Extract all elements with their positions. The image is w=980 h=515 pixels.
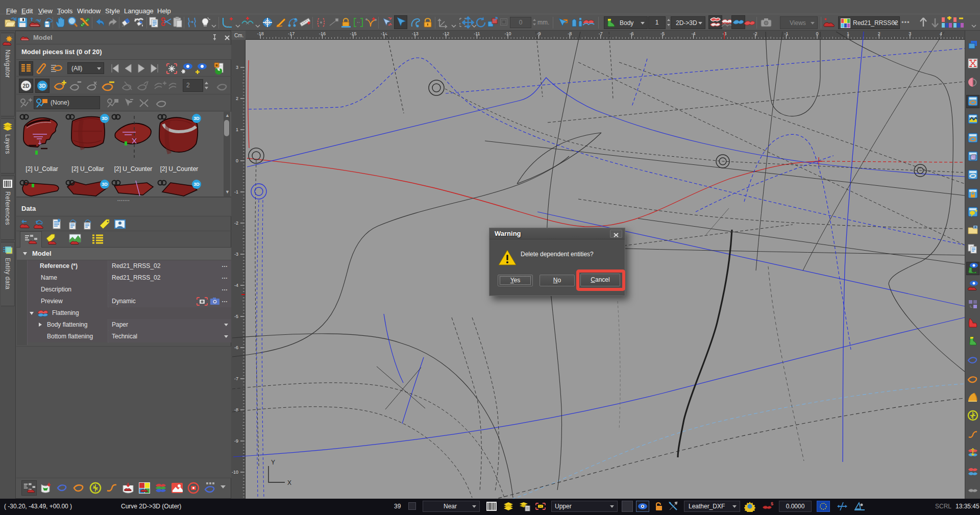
svg-text:-4: -4 — [692, 31, 696, 36]
svg-text:1: 1 — [236, 127, 238, 132]
svg-text:$: $ — [771, 501, 773, 506]
svg-text:-9: -9 — [234, 438, 238, 444]
svg-text:X: X — [287, 479, 291, 486]
svg-text:1: 1 — [847, 31, 849, 36]
svg-text:-10: -10 — [504, 31, 511, 36]
svg-text:-12: -12 — [443, 31, 449, 36]
svg-text:-18: -18 — [257, 31, 264, 36]
svg-text:-11: -11 — [474, 31, 480, 36]
svg-text:2: 2 — [878, 31, 880, 36]
svg-text:-1: -1 — [234, 189, 238, 194]
svg-text:-2: -2 — [753, 31, 757, 36]
svg-text:-7: -7 — [599, 31, 603, 36]
svg-text:-9: -9 — [537, 31, 541, 36]
svg-text:-6: -6 — [629, 31, 633, 36]
svg-text:-7: -7 — [234, 376, 238, 381]
svg-text:-4: -4 — [234, 283, 238, 288]
svg-text:3: 3 — [236, 65, 238, 70]
svg-text:2D: 2D — [23, 83, 30, 89]
svg-text:-13: -13 — [412, 31, 419, 36]
svg-text:Y: Y — [271, 459, 275, 466]
svg-text:-17: -17 — [288, 31, 295, 36]
svg-text:-15: -15 — [350, 31, 356, 36]
svg-text:3: 3 — [909, 31, 911, 36]
svg-text:-8: -8 — [568, 31, 572, 36]
svg-text:-6: -6 — [234, 345, 238, 350]
svg-text:-5: -5 — [234, 314, 238, 319]
svg-text:-1: -1 — [784, 31, 788, 36]
svg-text:0: 0 — [816, 31, 818, 36]
svg-text:-2: -2 — [234, 220, 238, 226]
svg-text:3D: 3D — [39, 83, 46, 89]
svg-text:-16: -16 — [319, 31, 326, 36]
svg-text:Cm.: Cm. — [234, 33, 243, 38]
svg-text:-3: -3 — [234, 252, 238, 257]
svg-text:2: 2 — [236, 96, 238, 101]
svg-text:-10: -10 — [232, 470, 238, 475]
svg-text:0: 0 — [236, 158, 238, 163]
svg-text:-5: -5 — [660, 31, 665, 36]
